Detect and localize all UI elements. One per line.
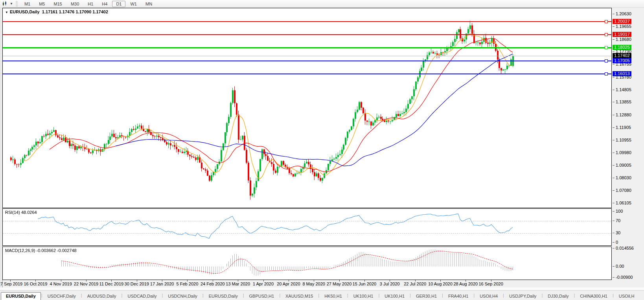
price-line-handle[interactable] bbox=[605, 59, 608, 63]
rsi-axis-tick: 0 bbox=[616, 240, 618, 245]
tab-hk50-h1[interactable]: HK50,H1 bbox=[320, 293, 347, 300]
tab-usdchf-daily[interactable]: USDCHF,Daily bbox=[43, 293, 81, 300]
tab-usdcad-daily[interactable]: USDCAD,Daily bbox=[123, 293, 161, 300]
tab-usoil-h[interactable]: USOil,H bbox=[614, 293, 639, 300]
date-label: 24 Feb 2020 bbox=[201, 282, 225, 286]
date-label: 17 Jan 2020 bbox=[150, 282, 174, 286]
price-axis: 1.206301.196551.186801.177301.167551.157… bbox=[612, 8, 644, 208]
rsi-canvas[interactable] bbox=[3, 209, 611, 245]
macd-plot[interactable]: MACD(12,26,9) -0.003662 -0.002748 bbox=[2, 247, 612, 280]
tab-uk100-h1[interactable]: UK100,H1 bbox=[349, 293, 378, 300]
tab-china300-h1[interactable]: CHINA300,H1 bbox=[575, 293, 612, 300]
timeframe-button-m1[interactable]: M1 bbox=[20, 1, 34, 7]
horizontal-price-line[interactable] bbox=[3, 47, 611, 48]
price-axis-tick: 1.14805 bbox=[616, 87, 631, 92]
date-label: 27 May 2020 bbox=[327, 282, 352, 286]
rsi-axis-tick: 70 bbox=[616, 218, 620, 223]
macd-label: MACD(12,26,9) -0.003662 -0.002748 bbox=[5, 248, 77, 253]
main-chart-canvas[interactable] bbox=[3, 8, 611, 208]
price-line-label: 1.17005 bbox=[613, 58, 631, 63]
date-label: 22 Nov 2019 bbox=[74, 282, 98, 286]
date-label: 22 Jul 2020 bbox=[404, 282, 426, 286]
current-price-line bbox=[3, 56, 611, 56]
rsi-panel: RSI(14) 48.0264 10070300 bbox=[2, 208, 644, 246]
horizontal-price-line[interactable] bbox=[3, 34, 611, 35]
tab-eurusd-daily[interactable]: EURUSD,Daily bbox=[204, 293, 243, 300]
price-axis-tick: 1.19655 bbox=[616, 24, 631, 29]
rsi-plot[interactable]: RSI(14) 48.0264 bbox=[2, 208, 612, 246]
date-label: 20 Apr 2020 bbox=[277, 282, 300, 286]
timeframe-button-mn[interactable]: MN bbox=[142, 1, 156, 7]
trading-app-window: ▼ M1M5M15M30H1H4D1W1MN ▼EURUSD,Daily 1.1… bbox=[0, 0, 644, 300]
chart-tab-bar: EURUSD,Daily|USDCHF,Daily|AUDUSD,Daily|U… bbox=[0, 287, 644, 300]
chart-type-dropdown-caret[interactable]: ▼ bbox=[9, 2, 14, 6]
timeframe-button-m15[interactable]: M15 bbox=[50, 1, 66, 7]
macd-axis-tick: 0.00 bbox=[616, 264, 624, 269]
date-label: 11 Dec 2019 bbox=[99, 282, 124, 286]
toolbar-grip[interactable] bbox=[16, 1, 18, 7]
chart-title: ▼EURUSD,Daily 1.17161 1.17476 1.17090 1.… bbox=[5, 9, 108, 14]
price-axis-tick: 1.07080 bbox=[616, 188, 631, 193]
timeframe-button-m5[interactable]: M5 bbox=[35, 1, 49, 7]
tab-xauusd-m15[interactable]: XAUUSD,M15 bbox=[281, 293, 318, 300]
tab-dj30-daily[interactable]: DJ30,Daily bbox=[543, 293, 573, 300]
rsi-axis: 10070300 bbox=[612, 208, 644, 246]
tab-usoil-h4[interactable]: USOil,H4 bbox=[475, 293, 502, 300]
price-line-handle[interactable] bbox=[605, 46, 608, 49]
rsi-axis-tick: 100 bbox=[616, 209, 623, 213]
tab-ger30-h1[interactable]: GER30,H1 bbox=[411, 293, 442, 300]
price-line-label: 1.18025 bbox=[613, 45, 631, 50]
rsi-level-line bbox=[3, 221, 611, 221]
price-axis-tick: 1.10955 bbox=[616, 138, 631, 142]
tab-uk100-h1[interactable]: UK100,H1 bbox=[380, 293, 409, 300]
rsi-label: RSI(14) 48.0264 bbox=[5, 210, 37, 215]
date-label: 16 Oct 2019 bbox=[24, 282, 47, 286]
macd-axis-tick: 0.014556 bbox=[616, 246, 634, 250]
price-line-handle[interactable] bbox=[605, 33, 608, 36]
date-label: 15 Jun 2020 bbox=[353, 282, 377, 286]
timeframe-button-h1[interactable]: H1 bbox=[84, 1, 97, 7]
tab-usdjpy-daily[interactable]: USDJPY,Daily bbox=[504, 293, 541, 300]
macd-axis-tick: -0.00900 bbox=[616, 275, 633, 280]
price-line-handle[interactable] bbox=[605, 20, 608, 23]
timeframe-button-w1[interactable]: W1 bbox=[126, 1, 141, 7]
tab-usdcnh-daily[interactable]: USDCNH,Daily bbox=[163, 293, 202, 300]
tab-fra40-h1[interactable]: FRA40,H1 bbox=[443, 293, 473, 300]
macd-panel: MACD(12,26,9) -0.003662 -0.002748 0.0145… bbox=[2, 247, 644, 280]
date-label: 30 Dec 2019 bbox=[125, 282, 149, 286]
main-chart-plot[interactable]: ▼EURUSD,Daily 1.17161 1.17476 1.17090 1.… bbox=[2, 8, 612, 208]
candlestick-icon bbox=[2, 1, 8, 6]
horizontal-price-line[interactable] bbox=[3, 61, 611, 61]
price-axis-tick: 1.11905 bbox=[616, 125, 631, 130]
rsi-axis-tick: 30 bbox=[616, 230, 620, 235]
date-label: 1 Apr 2020 bbox=[253, 282, 274, 286]
date-axis: 27 Sep 201916 Oct 20194 Nov 201922 Nov 2… bbox=[2, 280, 644, 287]
horizontal-price-line[interactable] bbox=[3, 21, 611, 22]
date-label: 3 Jul 2020 bbox=[380, 282, 400, 286]
chart-ohlc-values: 1.17161 1.17476 1.17090 1.17402 bbox=[42, 9, 108, 14]
price-axis-tick: 1.12880 bbox=[616, 112, 631, 117]
tab-bar-strip bbox=[0, 287, 644, 291]
date-label: 13 Mar 2020 bbox=[226, 282, 250, 286]
timeframe-toolbar: ▼ M1M5M15M30H1H4D1W1MN bbox=[0, 0, 644, 8]
price-axis-tick: 1.09005 bbox=[616, 163, 631, 167]
timeframe-button-m30[interactable]: M30 bbox=[67, 1, 83, 7]
timeframe-button-d1[interactable]: D1 bbox=[112, 1, 125, 7]
tab-eurusd-daily[interactable]: EURUSD,Daily bbox=[1, 292, 41, 300]
price-axis-tick: 1.18680 bbox=[616, 37, 631, 42]
date-label: 8 May 2020 bbox=[302, 282, 325, 286]
horizontal-price-line[interactable] bbox=[3, 74, 611, 74]
tab-audusd-daily[interactable]: AUDUSD,Daily bbox=[83, 293, 121, 300]
macd-axis: 0.0145560.00-0.00900 bbox=[612, 247, 644, 280]
date-label: 28 Aug 2020 bbox=[453, 282, 478, 286]
chart-objects-icon[interactable] bbox=[1, 1, 9, 7]
date-label: 27 Sep 2019 bbox=[0, 282, 22, 286]
price-axis-tick: 1.13855 bbox=[616, 99, 631, 104]
price-axis-tick: 1.20630 bbox=[616, 11, 631, 16]
tab-gbpusd-h1[interactable]: GBPUSD,H1 bbox=[245, 293, 279, 300]
price-line-handle[interactable] bbox=[605, 72, 608, 75]
date-label: 10 Aug 2020 bbox=[428, 282, 453, 286]
chart-dropdown-icon[interactable]: ▼ bbox=[5, 11, 8, 14]
macd-canvas[interactable] bbox=[3, 247, 611, 280]
timeframe-button-h4[interactable]: H4 bbox=[98, 1, 111, 7]
